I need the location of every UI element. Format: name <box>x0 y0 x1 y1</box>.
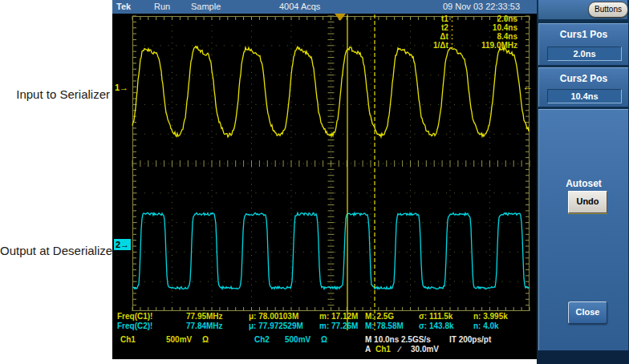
ch1-trace <box>132 47 530 137</box>
trigger-position-marker-icon[interactable] <box>335 14 346 21</box>
sampling-rate: IT 200ps/pt <box>449 335 491 345</box>
label-input-to-serializer: Input to Serializer <box>0 87 110 101</box>
meas1-min: m: 17.12M <box>319 312 358 322</box>
acquisition-mode: Sample <box>191 2 221 11</box>
control-sidebar: Buttons Curs1 Pos 2.0ns Curs2 Pos 10.4ns… <box>537 0 629 364</box>
ch2-label: Ch2 <box>254 335 270 345</box>
meas1-count: n: 3.995k <box>473 312 508 322</box>
ch2-position-marker[interactable]: 2→ <box>114 239 131 250</box>
undo-button[interactable]: Undo <box>568 191 607 213</box>
sidebar-bottom-strip <box>537 350 629 364</box>
cursor-readout: t1 :2.0ns t2 :10.4ns Δt :8.4ns 1/Δt :119… <box>360 13 521 48</box>
curs2-value-field[interactable]: 10.4ns <box>547 89 622 103</box>
meas1-mean: μ: 78.00103M <box>249 312 298 322</box>
meas1-value: 77.95MHz <box>186 312 223 322</box>
autoset-panel: Autoset Undo Close <box>538 109 628 351</box>
trigger-level: 30.0mV <box>411 345 439 354</box>
ch2-coupling: Ω <box>321 335 327 345</box>
buttons-button[interactable]: Buttons <box>588 2 628 18</box>
oscilloscope-screen: Tek Run Sample 4004 Acqs 09 Nov 03 22:33… <box>112 0 537 359</box>
tek-logo: Tek <box>116 2 131 11</box>
trigger-prefix: A <box>365 345 371 354</box>
readout-inv-dt: 1/Δt :119.0MHz <box>360 39 521 48</box>
curs1-value-field[interactable]: 2.0ns <box>547 47 622 61</box>
curs1-title: Curs1 Pos <box>539 29 628 40</box>
curs2-title: Curs2 Pos <box>539 73 628 84</box>
autoset-title: Autoset <box>539 178 628 189</box>
ch1-scale: 500mV <box>166 335 192 345</box>
meas2-sigma: σ: 143.8k <box>419 322 454 331</box>
meas2-min: m: 77.26M <box>319 322 358 331</box>
meas2-value: 77.84MHz <box>186 322 223 331</box>
meas1-sigma: σ: 111.5k <box>419 312 452 322</box>
timebase: M 10.0ns 2.5GS/s <box>365 335 431 345</box>
trigger-source: Ch1 <box>375 345 391 354</box>
ch1-position-marker[interactable]: 1→ <box>115 83 128 92</box>
meas2-count: n: 4.0k <box>473 322 499 331</box>
meas2-max: M: 78.58M <box>365 322 404 331</box>
ch1-coupling: Ω <box>202 335 209 345</box>
meas1-max: M: 2.5G <box>365 312 394 322</box>
curs2-panel: Curs2 Pos 10.4ns <box>538 67 628 107</box>
readout-t2: t2 :10.4ns <box>360 22 521 30</box>
datetime: 09 Nov 03 22:33:53 <box>443 2 520 11</box>
ch2-scale: 500mV <box>285 335 310 345</box>
trigger-slope-icon: ∕ <box>399 345 400 354</box>
graticule <box>132 16 530 311</box>
acquisition-count: 4004 Acqs <box>279 2 320 11</box>
meas2-name: Freq(C2)! <box>117 322 152 331</box>
page: Input to Serializer Output at Deserializ… <box>0 0 629 364</box>
scope-titlebar: Tek Run Sample 4004 Acqs 09 Nov 03 22:33… <box>112 0 537 14</box>
meas1-name: Freq(C1)! <box>117 312 152 322</box>
meas2-mean: μ: 77.972529M <box>249 322 303 331</box>
readout-t1: t1 :2.0ns <box>360 13 521 22</box>
readout-dt: Δt :8.4ns <box>360 30 521 39</box>
ch2-trace <box>132 212 530 289</box>
run-state: Run <box>154 2 170 11</box>
label-output-at-deserializer: Output at Deserializer <box>0 244 110 257</box>
ch1-label: Ch1 <box>120 335 136 345</box>
curs1-panel: Curs1 Pos 2.0ns <box>538 23 628 65</box>
close-button[interactable]: Close <box>568 301 607 324</box>
trigger-level-arrow-icon[interactable]: ← <box>522 81 533 93</box>
